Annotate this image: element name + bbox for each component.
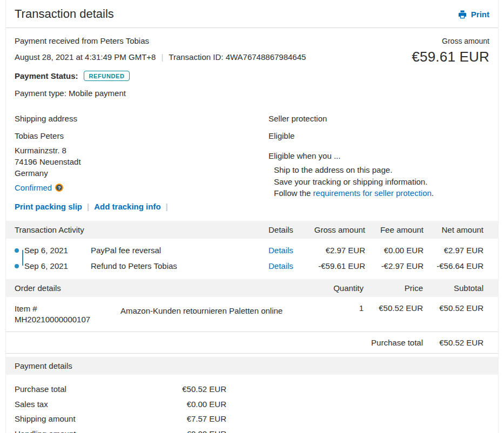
payment-details-rows: Purchase total €50.52 EUR Sales tax €0.0… [6,375,498,433]
address-protection-section: Shipping address Tobias Peters Kurmainzs… [6,105,498,218]
details-link[interactable]: Details [268,246,293,255]
payment-details-title: Payment details [15,361,331,370]
table-row: Sep 6, 2021 PayPal fee reversal Details … [6,242,498,258]
transaction-activity-title: Transaction Activity [15,225,268,234]
order-details-title: Order details [15,283,331,293]
activity-fee-amount: -€2.97 EUR [365,261,424,270]
item-quantity: 1 [331,303,364,313]
item-number-label: Item # [15,303,120,314]
protection-condition: Follow the requirements for seller prote… [274,187,489,199]
payment-type-text: Payment type: Mobile payment [15,89,489,98]
seller-protection-section: Seller protection Eligible Eligible when… [268,114,489,211]
print-packing-slip-link[interactable]: Print packing slip [15,202,82,211]
order-total-row: Purchase total €50.52 EUR [6,332,498,354]
col-header-price: Price [364,283,423,293]
activity-date: Sep 6, 2021 [24,261,91,270]
received-from-text: Payment received from Peters Tobias [15,36,149,45]
item-description: Amazon-Kunden retournieren Paletten onli… [120,303,331,315]
timeline-dot [15,264,19,268]
activity-net-amount: -€56.64 EUR [424,261,483,270]
col-header-quantity: Quantity [331,283,364,293]
add-tracking-info-link[interactable]: Add tracking info [94,202,160,211]
recipient-name: Tobias Peters [15,131,268,140]
seller-protection-status: Eligible [268,131,489,140]
page-header: Transaction details Print [6,0,498,28]
purchase-total-value: €50.52 EUR [423,338,483,347]
transaction-details-card: Transaction details Print Payment receiv… [5,0,499,433]
help-icon[interactable]: ? [55,184,63,192]
transaction-date: August 28, 2021 at 4:31:49 PM GMT+8 [15,52,156,62]
transaction-id: Transaction ID: 4WA76748867984645 [169,52,306,62]
col-header-subtotal: Subtotal [423,283,483,293]
protection-condition: Ship to the address on this page. [274,164,489,176]
payment-row-label: Purchase total [15,382,66,397]
activity-fee-amount: €0.00 EUR [365,246,424,255]
item-number: MH20210000000107 [15,314,120,325]
payment-row-value: €50.52 EUR [182,382,226,397]
payment-status-label: Payment Status: [15,71,78,80]
print-label: Print [471,10,489,19]
payment-row-value: €0.00 EUR [187,427,226,433]
activity-description: PayPal fee reversal [91,246,268,255]
status-badge: REFUNDED [84,71,130,81]
order-item-row: Item # MH20210000000107 Amazon-Kunden re… [6,297,498,332]
shipping-address-title: Shipping address [15,114,268,123]
payment-row: Shipping amount €7.57 EUR [15,411,226,427]
address-line: Germany [15,167,268,179]
timeline-dot [15,248,19,253]
col-header-details: Details [268,225,306,234]
purchase-total-label: Purchase total [364,338,423,347]
activity-gross-amount: -€59.61 EUR [306,261,365,270]
separator: | [161,52,163,62]
address-line: 74196 Neuenstadt [15,156,268,167]
payment-row-label: Handling amount [15,427,76,433]
protection-condition: Save your tracking or shipping informati… [274,176,489,188]
follow-suffix: . [432,188,434,198]
activity-date: Sep 6, 2021 [24,246,91,255]
order-details-header: Order details Quantity Price Subtotal [6,279,498,297]
payment-row-value: €0.00 EUR [187,397,226,412]
seller-protection-title: Seller protection [268,114,489,123]
payment-row-label: Sales tax [15,397,48,412]
col-header-net-amount: Net amount [424,225,483,234]
payment-row: Sales tax €0.00 EUR [15,397,226,412]
confirmed-link[interactable]: Confirmed [15,183,52,192]
transaction-activity-rows: Sep 6, 2021 PayPal fee reversal Details … [6,239,498,276]
details-link[interactable]: Details [268,261,293,270]
separator: | [87,202,89,211]
payment-details-header: Payment details [6,357,498,375]
gross-amount-label: Gross amount [442,37,489,45]
table-row: Sep 6, 2021 Refund to Peters Tobias Deta… [6,258,498,274]
page-title: Transaction details [15,7,114,21]
payment-row: Handling amount €0.00 EUR [15,427,226,433]
payment-row: Purchase total €50.52 EUR [15,382,226,397]
transaction-activity-header: Transaction Activity Details Gross amoun… [6,221,498,239]
col-header-fee-amount: Fee amount [365,225,424,234]
payment-summary: Payment received from Peters Tobias Gros… [6,28,498,105]
item-subtotal: €50.52 EUR [423,303,483,313]
follow-prefix: Follow the [274,188,311,198]
col-header-gross-amount: Gross amount [306,225,365,234]
activity-net-amount: €2.97 EUR [424,246,483,255]
payment-row-label: Shipping amount [15,411,76,427]
activity-gross-amount: €2.97 EUR [306,246,365,255]
payment-row-value: €7.57 EUR [187,411,226,427]
printer-icon [458,10,467,19]
print-button[interactable]: Print [458,10,489,19]
item-price: €50.52 EUR [364,303,423,313]
seller-protection-requirements-link[interactable]: requirements for seller protection [313,188,432,198]
address-line: Kurmainzstr. 8 [15,145,268,156]
separator: | [166,202,168,211]
activity-description: Refund to Peters Tobias [91,261,268,270]
shipping-address-section: Shipping address Tobias Peters Kurmainzs… [15,114,268,211]
gross-amount-value: €59.61 EUR [412,49,489,65]
seller-protection-intro: Eligible when you ... [268,151,489,160]
